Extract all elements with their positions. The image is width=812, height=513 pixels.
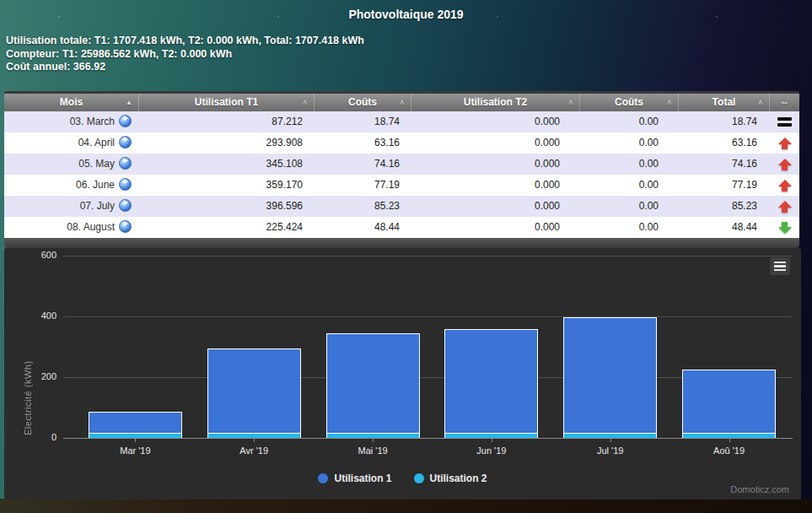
cell-couts-t2: 0.00 <box>580 154 679 175</box>
trend-up-icon <box>778 180 792 192</box>
cell-utilisation-t2: 0.000 <box>411 217 580 238</box>
cell-utilisation-t1: 396.596 <box>139 196 315 217</box>
x-tick <box>610 438 611 442</box>
table-row[interactable]: 07. July▶396.59685.230.0000.0085.23 <box>4 196 799 217</box>
month-label: 08. August <box>67 221 115 233</box>
cell-utilisation-t2: 0.000 <box>411 111 580 132</box>
column-header-resize[interactable]: ⇔ <box>770 94 799 111</box>
x-tick-label: Jun '19 <box>454 446 530 456</box>
column-header-utilisation-t2[interactable]: Utilisation T2 ∧ <box>411 94 580 111</box>
table-header: Mois ▲ Utilisation T1 ∧ Coûts ∧ Utilisat… <box>4 94 799 111</box>
bar-utilisation-1[interactable] <box>89 412 182 438</box>
play-icon[interactable]: ▶ <box>119 220 132 233</box>
cell-utilisation-t1: 225.424 <box>139 217 315 238</box>
trend-cell <box>770 111 799 132</box>
bar-utilisation-1[interactable] <box>682 370 776 438</box>
table-row[interactable]: 06. June▶359.17077.190.0000.0077.19 <box>4 175 799 196</box>
chart-legend: Utilisation 1Utilisation 2 <box>4 472 801 484</box>
trend-cell <box>770 217 799 238</box>
bar-utilisation-1[interactable] <box>207 348 301 438</box>
month-cell: 06. June▶ <box>4 175 139 196</box>
trend-up-icon <box>778 201 792 213</box>
trend-cell <box>770 132 799 154</box>
cell-couts-t1: 85.23 <box>315 196 411 217</box>
cell-utilisation-t2: 0.000 <box>411 154 580 175</box>
x-tick <box>729 438 730 442</box>
month-cell: 03. March▶ <box>4 111 139 132</box>
chart-menu-button[interactable] <box>770 257 790 275</box>
summary-line-cost: Coût annuel: 366.92 <box>6 61 364 74</box>
table-row[interactable]: 03. March▶87.21218.740.0000.0018.74 <box>4 111 799 132</box>
monthly-table-panel: Mois ▲ Utilisation T1 ∧ Coûts ∧ Utilisat… <box>4 91 799 248</box>
cell-utilisation-t1: 87.212 <box>139 111 315 132</box>
bar-utilisation-1[interactable] <box>563 317 657 438</box>
bar-utilisation-1[interactable] <box>444 329 538 438</box>
trend-up-icon <box>778 159 792 170</box>
bar-utilisation-1[interactable] <box>326 333 420 438</box>
y-tick-label: 600 <box>4 250 56 260</box>
cell-total: 77.19 <box>679 175 770 196</box>
play-icon[interactable]: ▶ <box>119 115 132 127</box>
y-tick-label: 0 <box>4 432 56 442</box>
x-tick <box>492 438 492 442</box>
cell-total: 85.23 <box>679 196 770 217</box>
cell-couts-t1: 48.44 <box>315 217 411 238</box>
usage-summary: Utilisation totale: T1: 1707.418 kWh, T2… <box>6 35 364 74</box>
x-tick-label: Jul '19 <box>573 446 648 456</box>
column-header-mois[interactable]: Mois ▲ <box>4 94 139 111</box>
table-row[interactable]: 04. April▶293.90863.160.0000.0063.16 <box>4 132 799 154</box>
play-icon[interactable]: ▶ <box>119 157 132 170</box>
column-header-total[interactable]: Total ∧ <box>679 94 770 111</box>
month-cell: 08. August▶ <box>4 217 139 238</box>
trend-cell <box>770 175 799 196</box>
cell-couts-t1: 18.74 <box>315 111 411 132</box>
month-cell: 04. April▶ <box>4 132 139 154</box>
cell-utilisation-t2: 0.000 <box>411 175 580 196</box>
trend-cell <box>770 154 799 175</box>
y-tick-label: 400 <box>4 310 56 321</box>
trend-up-icon <box>778 138 792 149</box>
table-body: 03. March▶87.21218.740.0000.0018.7404. A… <box>4 111 799 238</box>
column-label: Coûts <box>615 96 643 108</box>
usage-chart-panel: Electricité (kWh) 0200400600Mar '19Avr '… <box>4 248 801 500</box>
gridline <box>63 316 793 317</box>
summary-line-counter: Compteur: T1: 25986.562 kWh, T2: 0.000 k… <box>6 48 364 62</box>
cell-couts-t1: 74.16 <box>315 154 411 175</box>
trend-down-icon <box>778 222 792 234</box>
x-tick <box>254 438 255 442</box>
hamburger-icon <box>774 265 786 267</box>
month-label: 04. April <box>78 137 115 148</box>
legend-item[interactable]: Utilisation 2 <box>414 472 487 484</box>
cell-utilisation-t1: 359.170 <box>139 175 315 196</box>
column-label: Utilisation T1 <box>195 96 258 108</box>
x-tick-label: Mai '19 <box>335 446 411 456</box>
column-header-couts-t2[interactable]: Coûts ∧ <box>580 94 679 111</box>
cell-couts-t2: 0.00 <box>580 217 679 238</box>
gridline <box>63 256 793 256</box>
wallpaper-bottom <box>0 499 812 513</box>
hamburger-icon <box>774 262 786 264</box>
play-icon[interactable]: ▶ <box>119 178 132 191</box>
play-icon[interactable]: ▶ <box>119 136 132 148</box>
cell-couts-t2: 0.00 <box>580 111 679 132</box>
sort-icon: ∧ <box>666 94 672 111</box>
cell-couts-t2: 0.00 <box>580 196 679 217</box>
x-tick <box>135 438 136 442</box>
column-header-utilisation-t1[interactable]: Utilisation T1 ∧ <box>139 94 315 111</box>
play-icon[interactable]: ▶ <box>119 199 132 212</box>
cell-couts-t1: 77.19 <box>315 175 411 196</box>
cell-couts-t2: 0.00 <box>580 132 679 154</box>
hamburger-icon <box>774 269 786 272</box>
cell-total: 48.44 <box>679 217 770 238</box>
table-row[interactable]: 05. May▶345.10874.160.0000.0074.16 <box>4 154 799 175</box>
column-header-couts-t1[interactable]: Coûts ∧ <box>315 94 411 111</box>
legend-label: Utilisation 2 <box>430 472 487 484</box>
column-label: Coûts <box>348 96 377 108</box>
table-row[interactable]: 08. August▶225.42448.440.0000.0048.44 <box>4 217 799 238</box>
x-tick-label: Mar '19 <box>97 446 173 456</box>
resize-horizontal-icon: ⇔ <box>780 96 790 108</box>
legend-item[interactable]: Utilisation 1 <box>318 472 391 484</box>
x-axis-line <box>63 438 793 439</box>
legend-dot-icon <box>414 473 424 483</box>
cell-total: 18.74 <box>679 111 770 132</box>
